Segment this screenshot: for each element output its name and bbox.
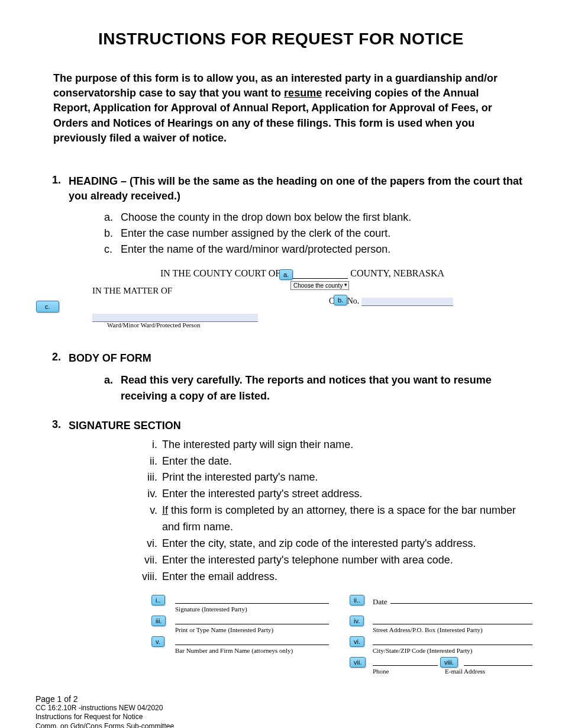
- city-caption: City/State/ZIP Code (Interested Party): [373, 647, 473, 654]
- s3-item-vi: Enter the city, state, and zip code of t…: [134, 536, 527, 552]
- street-field[interactable]: [373, 624, 532, 624]
- section-1: HEADING – (This will be the same as the …: [52, 174, 527, 333]
- print-name-field[interactable]: [175, 624, 329, 624]
- bar-caption: Bar Number and Firm Name (attorneys only…: [175, 647, 293, 654]
- date-label: Date: [373, 597, 387, 607]
- section-2-title: BODY OF FORM: [69, 351, 527, 366]
- case-no-field[interactable]: [361, 298, 453, 306]
- court-pre: IN THE COUNTY COURT OF: [160, 268, 283, 278]
- signature-field[interactable]: [175, 603, 329, 604]
- callout-i: i..: [151, 595, 165, 605]
- footer-code: CC 16:2.10R -instructions NEW 04/2020: [35, 704, 527, 713]
- footer-comm: Comm. on Gdn/Cons Forms Sub-committee: [35, 722, 527, 728]
- heading-example: IN THE COUNTY COURT OF COUNTY, NEBRASKA …: [69, 268, 527, 333]
- s3-v-post: this form is completed by an attorney, t…: [162, 504, 516, 533]
- ward-caption: Ward/Minor Ward/Protected Person: [107, 321, 201, 328]
- page-footer: Page 1 of 2 CC 16:2.10R -instructions NE…: [35, 694, 527, 728]
- court-post: COUNTY, NEBRASKA: [348, 268, 444, 278]
- matter-label: IN THE MATTER OF: [92, 286, 172, 296]
- county-dropdown[interactable]: Choose the county: [290, 281, 349, 290]
- callout-iii: iii.: [151, 616, 166, 626]
- print-name-caption: Print or Type Name (Interested Party): [175, 626, 273, 633]
- s3-item-iii: Print the interested party's name.: [134, 469, 527, 486]
- s3-item-i: The interested party will sign their nam…: [134, 437, 527, 453]
- callout-vi: vi.: [350, 636, 364, 647]
- city-field[interactable]: [373, 645, 532, 645]
- callout-vii: vii.: [350, 657, 366, 668]
- s2-item-a: Read this very carefully. The reports an…: [104, 372, 527, 404]
- section-3: SIGNATURE SECTION The interested party w…: [52, 418, 527, 678]
- callout-iv: iv.: [350, 616, 364, 626]
- s1-item-b: Enter the case number assigned by the cl…: [104, 226, 527, 241]
- footer-page: Page 1 of 2: [35, 694, 527, 704]
- s3-item-viii: Enter the email address.: [134, 569, 527, 585]
- section-1-title: HEADING – (This will be the same as the …: [69, 174, 527, 204]
- callout-b: b.: [334, 295, 347, 305]
- page-title: INSTRUCTIONS FOR REQUEST FOR NOTICE: [35, 30, 527, 49]
- section-2: BODY OF FORM Read this very carefully. T…: [52, 351, 527, 404]
- s3-item-ii: Enter the date.: [134, 453, 527, 470]
- signature-caption: Signature (Interested Party): [175, 605, 247, 613]
- phone-field[interactable]: [373, 665, 438, 666]
- s3-v-underline: If: [162, 504, 168, 516]
- signature-example: i.. Signature (Interested Party) ii.. Da…: [116, 595, 527, 678]
- ward-name-field[interactable]: [92, 314, 258, 322]
- email-field[interactable]: [464, 665, 532, 666]
- email-caption: E-mail Address: [445, 668, 485, 675]
- section-3-title: SIGNATURE SECTION: [69, 418, 527, 433]
- callout-c: c.: [36, 301, 59, 313]
- bar-field[interactable]: [175, 645, 329, 645]
- s1-item-c: Enter the name of the ward/minor ward/pr…: [104, 241, 527, 257]
- callout-ii: ii..: [350, 595, 364, 605]
- street-caption: Street Address/P.O. Box (Interested Part…: [373, 626, 483, 633]
- s3-item-v: If this form is completed by an attorney…: [134, 502, 527, 536]
- s3-item-iv: Enter the interested party's street addr…: [134, 486, 527, 502]
- s1-item-a: Choose the county in the drop down box b…: [104, 210, 527, 226]
- purpose-paragraph: The purpose of this form is to allow you…: [53, 71, 509, 146]
- case-no-row: Case No.: [329, 297, 453, 306]
- purpose-underline: resume: [284, 87, 322, 99]
- s3-item-vii: Enter the interested party's telephone n…: [134, 552, 527, 569]
- phone-caption: Phone: [373, 668, 389, 675]
- callout-v: v.: [151, 636, 164, 647]
- footer-name: Instructions for Request for Notice: [35, 713, 527, 722]
- callout-viii: viii.: [440, 657, 458, 668]
- date-field[interactable]: [390, 603, 532, 604]
- callout-a: a.: [279, 269, 293, 280]
- court-line: IN THE COUNTY COURT OF COUNTY, NEBRASKA: [160, 268, 527, 279]
